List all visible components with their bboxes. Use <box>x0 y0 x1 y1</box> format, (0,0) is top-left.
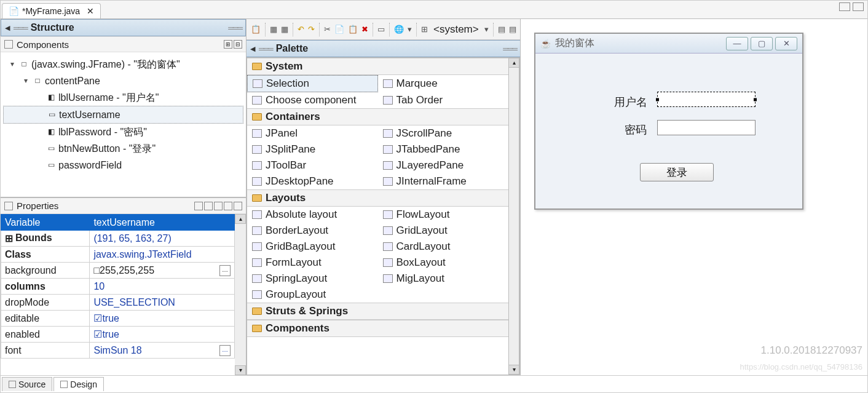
design-tab[interactable]: Design <box>53 377 104 391</box>
footer-tabs: Source Design <box>1 375 867 392</box>
jframe-preview[interactable]: ☕ 我的窗体 — ▢ ✕ 用户名 密码 登录 <box>534 33 803 210</box>
palette-list[interactable]: SystemSelectionMarqueeChoose componentTa… <box>247 58 508 375</box>
palette-item[interactable]: JLayeredPane <box>378 157 509 173</box>
tree-item[interactable]: ▭textUsername <box>3 106 243 124</box>
palette-category[interactable]: Containers <box>247 108 508 125</box>
tree-item[interactable]: ▾□contentPane <box>3 73 243 89</box>
palette-category[interactable]: Layouts <box>247 189 508 207</box>
scroll-up-icon[interactable]: ▴ <box>508 58 519 68</box>
minimize-button[interactable]: — <box>726 37 748 50</box>
collapse-button[interactable]: ⊟ <box>234 40 242 49</box>
palette-scrollbar[interactable]: ▴ ▾ <box>508 58 519 375</box>
password-field[interactable] <box>657 120 756 135</box>
property-row[interactable]: ⊞Bounds(191, 65, 163, 27) <box>1 231 235 247</box>
collapse-icon[interactable]: ◀ <box>5 24 10 32</box>
expand-button[interactable]: ⊞ <box>224 40 232 49</box>
palette-item[interactable]: Marquee <box>378 75 509 92</box>
palette-item[interactable]: FlowLayout <box>378 207 509 223</box>
prop-tool-2[interactable] <box>204 202 213 210</box>
palette-item[interactable]: JInternalFrame <box>378 173 509 189</box>
dropdown-icon[interactable]: ▾ <box>407 23 412 36</box>
lbl-username[interactable]: 用户名 <box>614 95 647 109</box>
design-canvas[interactable]: ☕ 我的窗体 — ▢ ✕ 用户名 密码 登录 <box>521 19 867 375</box>
tool-copy[interactable]: 📄 <box>334 23 345 36</box>
property-row[interactable]: Classjavax.swing.JTextField <box>1 247 235 263</box>
tool-layout[interactable]: ⊞ <box>420 23 428 36</box>
palette-item[interactable]: BoxLayout <box>378 255 509 271</box>
tool-delete[interactable]: ✖ <box>361 23 369 36</box>
property-row[interactable]: background□255,255,255… <box>1 263 235 279</box>
palette-item[interactable]: Selection <box>247 75 378 92</box>
prop-tool-5[interactable] <box>234 202 242 210</box>
prop-tool-1[interactable] <box>194 202 203 210</box>
align-left[interactable]: ▤ <box>497 23 506 36</box>
tool-globe[interactable]: 🌐 <box>393 23 404 36</box>
scroll-down-icon[interactable]: ▾ <box>235 365 246 375</box>
btn-login[interactable]: 登录 <box>640 163 714 181</box>
property-row[interactable]: enabled☑true <box>1 327 235 343</box>
prop-tool-3[interactable] <box>214 202 223 210</box>
close-icon[interactable]: ✕ <box>87 6 94 16</box>
tool-cut2[interactable]: ✂ <box>323 23 331 36</box>
properties-title: Properties <box>17 200 58 211</box>
align-right[interactable]: ▤ <box>519 23 520 36</box>
palette-item[interactable]: FormLayout <box>247 255 378 271</box>
palette-item[interactable]: SpringLayout <box>247 271 378 287</box>
close-button[interactable]: ✕ <box>775 37 797 50</box>
palette-item[interactable]: JPanel <box>247 125 378 141</box>
maximize-button[interactable]: ▢ <box>751 37 773 50</box>
tool-preview[interactable]: ▭ <box>377 23 385 36</box>
text-username[interactable] <box>657 92 756 107</box>
palette-category[interactable]: Struts & Springs <box>247 303 508 320</box>
tree-item[interactable]: ▭btnNewButton - "登录" <box>3 140 243 157</box>
tree-item[interactable]: ◧lblPassword - "密码" <box>3 124 243 140</box>
prop-tool-4[interactable] <box>224 202 232 210</box>
palette-item[interactable]: GridBagLayout <box>247 239 378 255</box>
component-tree[interactable]: ▾□(javax.swing.JFrame) - "我的窗体"▾□content… <box>1 52 246 197</box>
palette-item[interactable]: Choose component <box>247 92 378 108</box>
java-icon: ☕ <box>540 39 550 49</box>
tree-item[interactable]: ▭passwordField <box>3 157 243 173</box>
properties-scrollbar[interactable]: ▴ ▾ <box>235 214 246 375</box>
scroll-up-icon[interactable]: ▴ <box>235 214 246 224</box>
source-tab[interactable]: Source <box>2 377 52 391</box>
editor-tab[interactable]: 📄 *MyFrame.java ✕ <box>2 3 101 18</box>
tool-undo[interactable]: ↶ <box>297 23 305 36</box>
collapse-icon[interactable]: ◀ <box>250 45 255 53</box>
tree-item[interactable]: ▾□(javax.swing.JFrame) - "我的窗体" <box>3 56 243 73</box>
palette-category[interactable]: System <box>247 58 508 75</box>
maximize-icon[interactable] <box>853 2 864 11</box>
palette-item[interactable]: GroupLayout <box>247 287 378 303</box>
palette-item[interactable]: Absolute layout <box>247 207 378 223</box>
palette-category[interactable]: Components <box>247 320 508 337</box>
tree-item[interactable]: ◧lblUsername - "用户名" <box>3 89 243 106</box>
palette-item[interactable]: JDesktopPane <box>247 173 378 189</box>
palette-item[interactable]: JTabbedPane <box>378 141 509 157</box>
palette-item[interactable]: Tab Order <box>378 92 509 108</box>
property-row[interactable]: editable☑true <box>1 311 235 327</box>
minimize-icon[interactable] <box>839 2 850 11</box>
tool-paste[interactable]: 📋 <box>347 23 358 36</box>
dropdown-icon[interactable]: ▾ <box>484 23 489 36</box>
palette-item[interactable] <box>378 287 509 303</box>
laf-dropdown[interactable]: <system> <box>431 23 481 36</box>
lbl-password[interactable]: 密码 <box>625 122 647 137</box>
tool-cut[interactable]: 📋 <box>250 23 261 36</box>
tool-redo[interactable]: ↷ <box>307 23 315 36</box>
tool-a[interactable]: ▦ <box>269 23 278 36</box>
property-row[interactable]: columns10 <box>1 279 235 295</box>
palette-item[interactable]: BorderLayout <box>247 223 378 239</box>
palette-item[interactable]: JSplitPane <box>247 141 378 157</box>
scroll-down-icon[interactable]: ▾ <box>508 365 519 375</box>
palette-item[interactable]: JScrollPane <box>378 125 509 141</box>
properties-table[interactable]: VariabletextUsername⊞Bounds(191, 65, 163… <box>1 214 235 359</box>
palette-item[interactable]: JToolBar <box>247 157 378 173</box>
tool-b[interactable]: ▦ <box>280 23 289 36</box>
property-row[interactable]: dropModeUSE_SELECTION <box>1 295 235 311</box>
property-row[interactable]: fontSimSun 18… <box>1 343 235 359</box>
palette-item[interactable]: CardLayout <box>378 239 509 255</box>
palette-item[interactable]: GridLayout <box>378 223 509 239</box>
align-center[interactable]: ▤ <box>508 23 517 36</box>
palette-item[interactable]: MigLayout <box>378 271 509 287</box>
property-row[interactable]: VariabletextUsername <box>1 215 235 231</box>
